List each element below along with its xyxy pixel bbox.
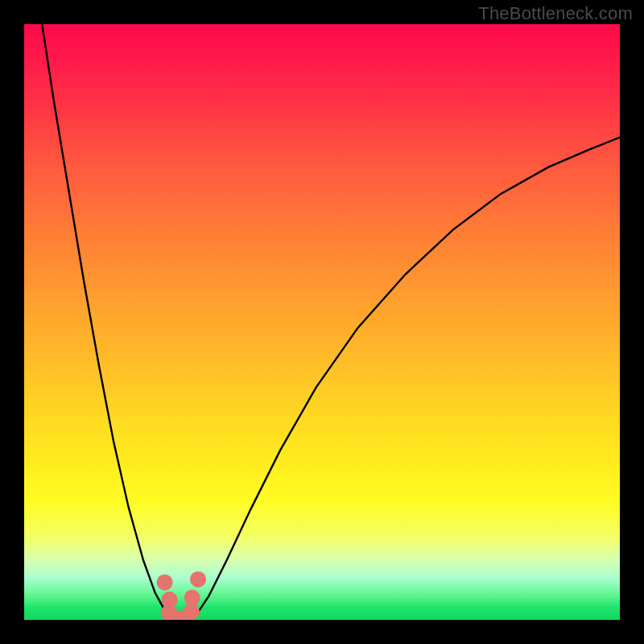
watermark-text: TheBottleneck.com bbox=[478, 3, 633, 24]
marker-cluster bbox=[157, 572, 206, 620]
marker-dot bbox=[190, 572, 206, 588]
marker-dot bbox=[184, 590, 200, 606]
chart-frame: TheBottleneck.com bbox=[0, 0, 644, 644]
marker-dot bbox=[184, 604, 200, 620]
plot-area bbox=[24, 24, 620, 620]
curve-left-branch bbox=[42, 24, 178, 620]
marker-dot bbox=[157, 574, 173, 590]
curve-right-branch bbox=[191, 138, 620, 620]
curve-layer bbox=[24, 24, 620, 620]
